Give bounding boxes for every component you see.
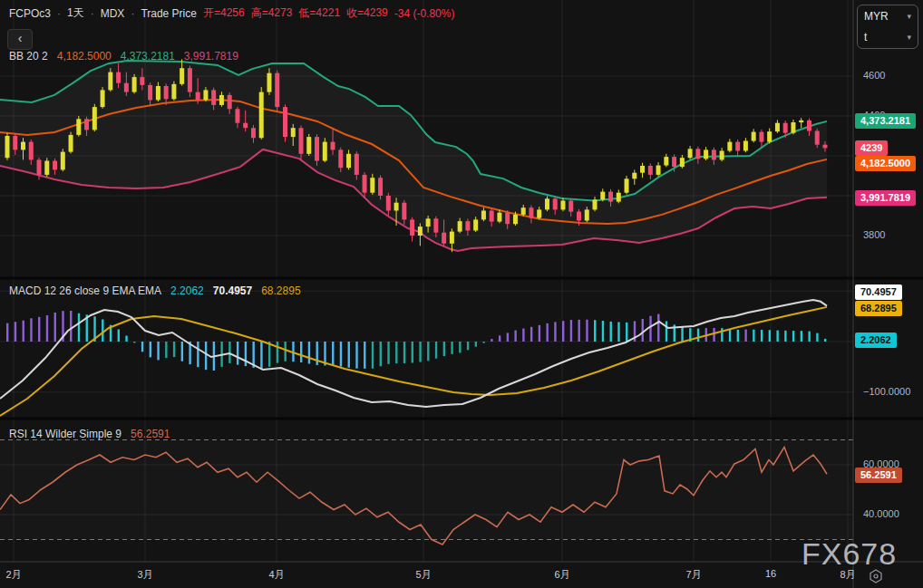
- bb-label: BB 20 2: [9, 50, 48, 63]
- rsi-badge: 56.2591: [855, 468, 902, 483]
- rsi-legend[interactable]: RSI 14 Wilder Simple 9 56.2591: [9, 428, 170, 440]
- series-label: Trade Price: [141, 7, 197, 20]
- time-axis[interactable]: 2月3月4月5月6月7月168月: [0, 562, 923, 588]
- bollinger-legend[interactable]: BB 20 2 4,182.5000 4,373.2181 3,991.7819: [9, 50, 238, 63]
- bb-middle-value: 4,182.5000: [57, 50, 112, 63]
- last-price-badge: 4239: [855, 140, 888, 156]
- macd-histogram-value: 2.2062: [170, 284, 204, 297]
- bb-middle-badge: 4,182.5000: [855, 156, 916, 171]
- back-button[interactable]: ‹: [7, 29, 33, 50]
- unit-dropdown[interactable]: t ▾: [858, 26, 918, 47]
- price-axis-label-3800: 3800: [863, 229, 885, 240]
- macd-line-badge: 70.4957: [855, 284, 902, 300]
- time-axis-label: 16: [765, 568, 776, 579]
- macd-signal-badge: 68.2895: [855, 301, 902, 316]
- trading-chart-window: { "header": { "symbol": "FCPOc3", "sep":…: [0, 0, 923, 588]
- interval-label[interactable]: 1天: [67, 5, 84, 21]
- chevron-down-icon: ▾: [907, 12, 911, 21]
- close-value: 收=4239: [346, 5, 388, 21]
- macd-axis-label-minus100: −100.0000: [863, 386, 910, 397]
- separator-dot: ·: [57, 7, 61, 20]
- time-axis-label: 3月: [137, 568, 152, 582]
- price-axis-label-4600: 4600: [863, 70, 885, 81]
- time-axis-label: 2月: [5, 568, 21, 582]
- macd-label: MACD 12 26 close 9 EMA EMA: [9, 284, 161, 297]
- symbol-name[interactable]: FCPOc3: [9, 7, 51, 20]
- time-axis-label: 7月: [685, 568, 701, 582]
- time-axis-label: 4月: [268, 568, 284, 582]
- back-chevron-icon: ‹: [18, 31, 23, 45]
- axis-settings-panel: MYR ▾ t ▾: [857, 5, 918, 49]
- open-value: 开=4256: [203, 5, 245, 21]
- time-axis-label: 8月: [840, 568, 855, 582]
- currency-value: MYR: [864, 10, 889, 23]
- currency-dropdown[interactable]: MYR ▾: [858, 5, 918, 26]
- rsi-value: 56.2591: [131, 428, 170, 440]
- bb-lower-badge: 3,991.7819: [855, 190, 916, 206]
- axis-settings-icon[interactable]: [868, 568, 884, 584]
- bb-upper-value: 4,373.2181: [121, 50, 175, 63]
- symbol-header: FCPOc3 · 1天 · MDX · Trade Price 开=4256 高…: [9, 5, 454, 21]
- separator-dot: ·: [91, 7, 94, 20]
- time-axis-label: 6月: [554, 568, 569, 582]
- exchange-label: MDX: [101, 7, 125, 20]
- change-value: -34 (-0.80%): [394, 7, 455, 20]
- macd-line-value: 70.4957: [213, 284, 252, 297]
- chevron-down-icon: ▾: [907, 33, 911, 42]
- macd-histogram-badge: 2.2062: [855, 333, 897, 348]
- unit-value: t: [864, 31, 867, 43]
- low-value: 低=4221: [298, 5, 340, 21]
- high-value: 高=4273: [251, 5, 293, 21]
- rsi-axis-label-40: 40.0000: [863, 508, 899, 519]
- macd-legend[interactable]: MACD 12 26 close 9 EMA EMA 2.2062 70.495…: [9, 284, 301, 297]
- macd-signal-value: 68.2895: [261, 284, 300, 297]
- time-axis-label: 5月: [415, 568, 431, 582]
- bb-upper-badge: 4,373.2181: [855, 113, 916, 129]
- bb-lower-value: 3,991.7819: [184, 50, 238, 63]
- separator-dot: ·: [131, 7, 134, 20]
- rsi-label: RSI 14 Wilder Simple 9: [9, 428, 121, 440]
